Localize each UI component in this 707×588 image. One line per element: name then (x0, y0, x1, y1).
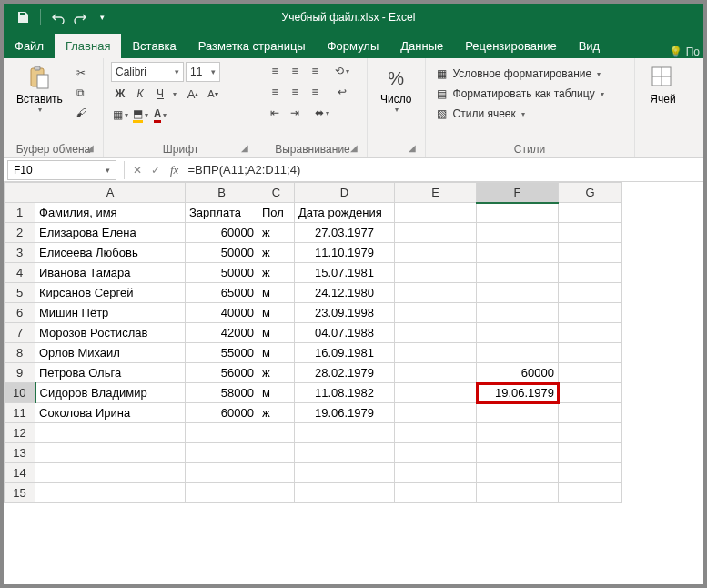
conditional-formatting-button[interactable]: ▦ Условное форматирование▾ (433, 66, 603, 82)
cell-D5[interactable]: 24.12.1980 (295, 283, 395, 303)
cell-B3[interactable]: 50000 (186, 243, 258, 263)
cell-F13[interactable] (477, 443, 559, 463)
tab-formulas[interactable]: Формулы (317, 34, 390, 58)
cell-G3[interactable] (559, 243, 622, 263)
cell-G1[interactable] (559, 203, 622, 223)
cell-E12[interactable] (395, 423, 477, 443)
cell-C8[interactable]: м (258, 343, 295, 363)
cell-F10[interactable]: 19.06.1979 (477, 383, 559, 403)
cell-E7[interactable] (395, 323, 477, 343)
cell-A12[interactable] (35, 423, 186, 443)
cell-B11[interactable]: 60000 (186, 403, 258, 423)
cell-C9[interactable]: ж (258, 363, 295, 383)
cell-B4[interactable]: 50000 (186, 263, 258, 283)
qat-dropdown-icon[interactable]: ▾ (94, 9, 110, 25)
name-box[interactable]: F10▾ (7, 160, 116, 180)
cell-C10[interactable]: м (258, 383, 295, 403)
cell-A7[interactable]: Морозов Ростислав (35, 323, 186, 343)
cancel-formula-icon[interactable]: ✕ (128, 164, 146, 177)
cell-E2[interactable] (395, 223, 477, 243)
tab-view[interactable]: Вид (568, 34, 611, 58)
cell-C7[interactable]: м (258, 323, 295, 343)
column-header-D[interactable]: D (295, 183, 395, 203)
number-dialog-icon[interactable]: ◢ (407, 143, 418, 154)
cell-F12[interactable] (477, 423, 559, 443)
wrap-text-icon[interactable]: ↩ (333, 83, 351, 101)
cell-A11[interactable]: Соколова Ирина (35, 403, 186, 423)
fill-color-icon[interactable]: ⬒▾ (131, 106, 149, 124)
row-header-3[interactable]: 3 (5, 243, 35, 263)
cell-E6[interactable] (395, 303, 477, 323)
align-middle-icon[interactable]: ≡ (286, 62, 304, 80)
number-format-button[interactable]: % Число ▾ (375, 62, 418, 116)
cell-C4[interactable]: ж (258, 263, 295, 283)
align-bottom-icon[interactable]: ≡ (306, 62, 324, 80)
align-right-icon[interactable]: ≡ (306, 83, 324, 101)
cell-B12[interactable] (186, 423, 258, 443)
cell-F5[interactable] (477, 283, 559, 303)
cell-G2[interactable] (559, 223, 622, 243)
cell-A3[interactable]: Елисеева Любовь (35, 243, 186, 263)
cell-B2[interactable]: 60000 (186, 223, 258, 243)
cell-D2[interactable]: 27.03.1977 (295, 223, 395, 243)
cell-B5[interactable]: 65000 (186, 283, 258, 303)
column-header-C[interactable]: C (258, 183, 295, 203)
cell-D15[interactable] (295, 483, 395, 503)
column-header-F[interactable]: F (477, 183, 559, 203)
cell-D6[interactable]: 23.09.1998 (295, 303, 395, 323)
cells-button[interactable]: Ячей (642, 62, 684, 107)
cell-E5[interactable] (395, 283, 477, 303)
italic-button[interactable]: К (131, 85, 149, 103)
cell-A8[interactable]: Орлов Михаил (35, 343, 186, 363)
cell-G5[interactable] (559, 283, 622, 303)
cell-D9[interactable]: 28.02.1979 (295, 363, 395, 383)
cell-C13[interactable] (258, 443, 295, 463)
underline-dropdown-icon[interactable]: ▾ (173, 90, 177, 98)
cell-A1[interactable]: Фамилия, имя (35, 203, 186, 223)
row-header-9[interactable]: 9 (5, 363, 35, 383)
cell-B8[interactable]: 55000 (186, 343, 258, 363)
cell-D4[interactable]: 15.07.1981 (295, 263, 395, 283)
cell-B13[interactable] (186, 443, 258, 463)
column-header-B[interactable]: B (186, 183, 258, 203)
shrink-font-icon[interactable]: A▾ (204, 85, 222, 103)
undo-icon[interactable] (50, 9, 66, 25)
borders-icon[interactable]: ▦▾ (111, 106, 129, 124)
cell-F2[interactable] (477, 223, 559, 243)
align-left-icon[interactable]: ≡ (266, 83, 284, 101)
tab-pagelayout[interactable]: Разметка страницы (187, 34, 317, 58)
cell-A5[interactable]: Кирсанов Сергей (35, 283, 186, 303)
clipboard-dialog-icon[interactable]: ◢ (85, 143, 96, 154)
font-dialog-icon[interactable]: ◢ (239, 143, 250, 154)
cell-E13[interactable] (395, 443, 477, 463)
column-header-E[interactable]: E (395, 183, 477, 203)
row-header-15[interactable]: 15 (5, 483, 35, 503)
cell-C15[interactable] (258, 483, 295, 503)
cell-B15[interactable] (186, 483, 258, 503)
cell-G6[interactable] (559, 303, 622, 323)
cell-A6[interactable]: Мишин Пётр (35, 303, 186, 323)
cell-D11[interactable]: 19.06.1979 (295, 403, 395, 423)
grow-font-icon[interactable]: A▴ (184, 85, 202, 103)
cell-C5[interactable]: м (258, 283, 295, 303)
worksheet-grid[interactable]: ABCDEFG1Фамилия, имяЗарплатаПолДата рожд… (4, 182, 703, 584)
cell-G14[interactable] (559, 463, 622, 483)
row-header-10[interactable]: 10 (5, 383, 35, 403)
cell-G10[interactable] (559, 383, 622, 403)
redo-icon[interactable] (72, 9, 88, 25)
cell-C12[interactable] (258, 423, 295, 443)
cell-B1[interactable]: Зарплата (186, 203, 258, 223)
cell-A2[interactable]: Елизарова Елена (35, 223, 186, 243)
cell-D13[interactable] (295, 443, 395, 463)
cell-E9[interactable] (395, 363, 477, 383)
cell-A4[interactable]: Иванова Тамара (35, 263, 186, 283)
increase-indent-icon[interactable]: ⇥ (286, 104, 304, 122)
cell-A14[interactable] (35, 463, 186, 483)
cell-D10[interactable]: 11.08.1982 (295, 383, 395, 403)
row-header-6[interactable]: 6 (5, 303, 35, 323)
cell-E14[interactable] (395, 463, 477, 483)
cell-F3[interactable] (477, 243, 559, 263)
help-hint[interactable]: 💡По (669, 46, 703, 58)
cell-D3[interactable]: 11.10.1979 (295, 243, 395, 263)
cell-C14[interactable] (258, 463, 295, 483)
